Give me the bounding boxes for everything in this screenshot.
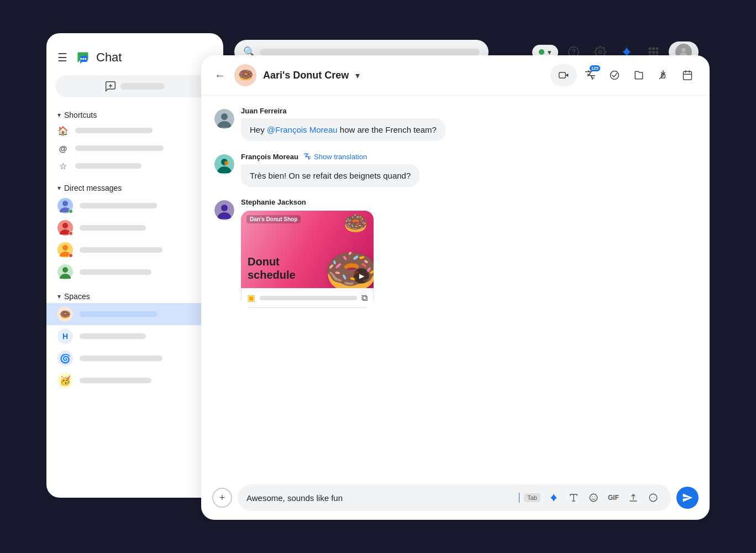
shortcuts-label: Shortcuts (64, 111, 97, 119)
message-juan: Juan Ferreira Hey @François Moreau how a… (214, 107, 696, 141)
translate-button[interactable]: 125 (579, 64, 601, 86)
sidebar-space-1[interactable]: 🍩 (46, 303, 217, 325)
gif-button[interactable]: GIF (605, 489, 622, 507)
svg-point-23 (611, 71, 619, 80)
status-dot-3 (69, 253, 73, 258)
status-dot-2 (69, 231, 73, 236)
sidebar-item-starred[interactable]: ☆ (46, 157, 223, 175)
svg-point-30 (224, 161, 229, 165)
svg-rect-3 (652, 48, 655, 50)
svg-rect-7 (656, 51, 659, 54)
home-icon: 🏠 (57, 125, 69, 136)
add-attachment-button[interactable]: + (212, 488, 232, 508)
svg-point-34 (592, 497, 593, 498)
shortcuts-chevron: ▾ (57, 111, 61, 119)
sidebar-dm-3[interactable] (46, 239, 223, 261)
space-swirl-icon: 🌀 (57, 351, 73, 366)
new-chat-label (120, 83, 165, 90)
svg-point-15 (80, 58, 82, 60)
svg-point-27 (221, 113, 228, 120)
tasks-button[interactable] (603, 64, 626, 86)
send-button[interactable] (676, 487, 699, 509)
upload-button[interactable] (624, 489, 642, 507)
gemini-input-button[interactable] (545, 489, 563, 507)
chat-header: ← 🍩 Aari's Donut Crew ▾ 125 (201, 55, 710, 96)
shortcuts-section-header[interactable]: ▾ Shortcuts (46, 106, 223, 122)
shop-label: Dan's Donut Shop (246, 215, 301, 223)
spaces-section-header[interactable]: ▾ Spaces (46, 288, 223, 303)
group-name-chevron[interactable]: ▾ (355, 70, 360, 81)
sidebar-dm-4[interactable] (46, 261, 223, 283)
show-translation-button[interactable]: Show translation (303, 152, 367, 161)
app-logo: Chat (74, 49, 122, 66)
dm-avatar-3 (57, 242, 73, 258)
more-input-button[interactable] (644, 489, 662, 507)
app-title: Chat (96, 50, 122, 65)
pinned-button[interactable] (652, 64, 674, 86)
msg-text-after-mention: how are the French team? (338, 125, 437, 134)
svg-rect-25 (684, 71, 692, 80)
spaces-label: Spaces (64, 292, 90, 301)
dm-chevron: ▾ (57, 184, 61, 192)
svg-point-21 (62, 267, 68, 273)
calendar-button[interactable] (676, 64, 699, 86)
video-call-button[interactable] (550, 64, 577, 86)
svg-point-38 (654, 497, 655, 498)
svg-point-20 (62, 245, 68, 251)
copy-button[interactable]: ⧉ (361, 293, 368, 303)
space-name-2 (80, 333, 146, 339)
message-francois: François Moreau Show translation Très bi… (214, 152, 696, 187)
message-input-box[interactable]: Awesome, sounds like fun Tab GIF (238, 484, 671, 511)
sidebar-space-2[interactable]: H (46, 325, 223, 347)
files-button[interactable] (628, 64, 650, 86)
show-translation-label: Show translation (314, 153, 367, 161)
svg-point-36 (649, 494, 657, 502)
spaces-chevron: ▾ (57, 293, 61, 300)
message-input-text: Awesome, sounds like fun (246, 493, 514, 503)
dm-name-3 (80, 247, 162, 253)
space-h-icon: H (57, 328, 73, 344)
sidebar-space-3[interactable]: 🌀 (46, 347, 223, 369)
emoji-button[interactable] (585, 489, 602, 507)
space-party-icon: 🥳 (57, 373, 73, 388)
back-button[interactable]: ← (212, 67, 228, 84)
format-text-button[interactable] (565, 489, 582, 507)
space-donut-icon: 🍩 (57, 306, 73, 322)
svg-point-13 (82, 58, 84, 60)
sidebar: ☰ Chat ▾ (46, 33, 223, 498)
sender-stephanie: Stephanie Jackson (241, 198, 306, 206)
donut-card[interactable]: Dan's Donut Shop Donut schedule 🍩 🍩 ▶ (241, 211, 374, 308)
home-label (75, 128, 153, 133)
donut-small-visual: 🍩 (343, 213, 368, 233)
dm-name-1 (80, 203, 157, 208)
sender-juan: Juan Ferreira (241, 107, 286, 115)
svg-rect-4 (656, 48, 659, 50)
dm-section-header[interactable]: ▾ Direct messages (46, 179, 223, 195)
play-button[interactable]: ▶ (354, 268, 369, 284)
cursor (519, 493, 519, 503)
svg-rect-6 (652, 51, 655, 54)
starred-icon: ☆ (57, 160, 69, 171)
group-name: Aari's Donut Crew (263, 70, 349, 81)
new-chat-button[interactable] (55, 75, 214, 97)
msg-header-juan: Juan Ferreira (241, 107, 696, 115)
message-stephanie: Stephanie Jackson Dan's Donut Shop Donut… (214, 198, 696, 308)
dm-name-4 (80, 269, 151, 275)
donut-large-visual: 🍩 (324, 249, 374, 288)
card-footer-bar (260, 296, 357, 300)
sidebar-space-4[interactable]: 🥳 (46, 369, 223, 392)
svg-point-35 (595, 497, 596, 498)
sidebar-item-mentions[interactable]: @ (46, 139, 223, 157)
mentions-icon: @ (57, 143, 69, 154)
svg-point-14 (85, 58, 86, 60)
group-avatar: 🍩 (234, 64, 256, 86)
sidebar-item-home[interactable]: 🏠 (46, 122, 223, 139)
svg-point-32 (221, 205, 228, 211)
menu-button[interactable]: ☰ (57, 51, 67, 64)
svg-rect-22 (559, 72, 566, 78)
svg-point-37 (652, 497, 653, 498)
sidebar-dm-1[interactable] (46, 195, 223, 217)
mention-francois[interactable]: @François Moreau (267, 125, 338, 134)
sidebar-dm-2[interactable] (46, 217, 223, 239)
space-name-4 (80, 378, 151, 383)
